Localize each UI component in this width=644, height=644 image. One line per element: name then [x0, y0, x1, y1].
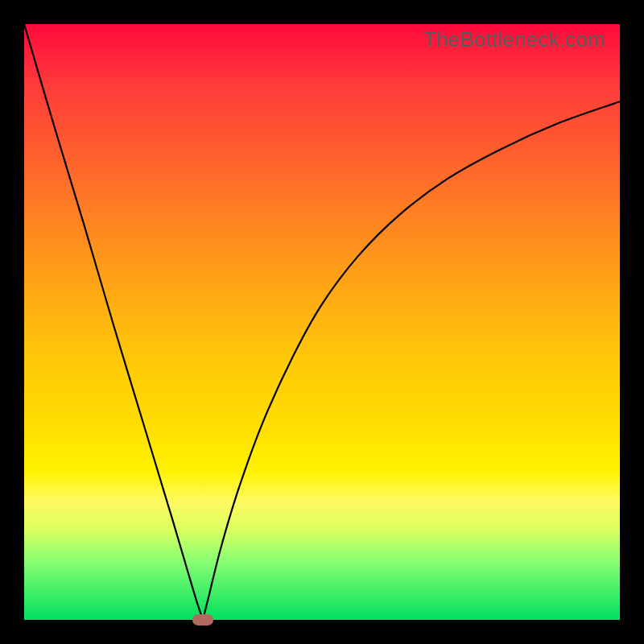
chart-stage: TheBottleneck.com	[0, 0, 644, 644]
curve-svg	[24, 24, 620, 620]
curve-right-branch	[203, 101, 620, 620]
optimum-marker	[192, 614, 213, 625]
plot-area: TheBottleneck.com	[24, 24, 620, 620]
curve-left-branch	[24, 24, 203, 620]
